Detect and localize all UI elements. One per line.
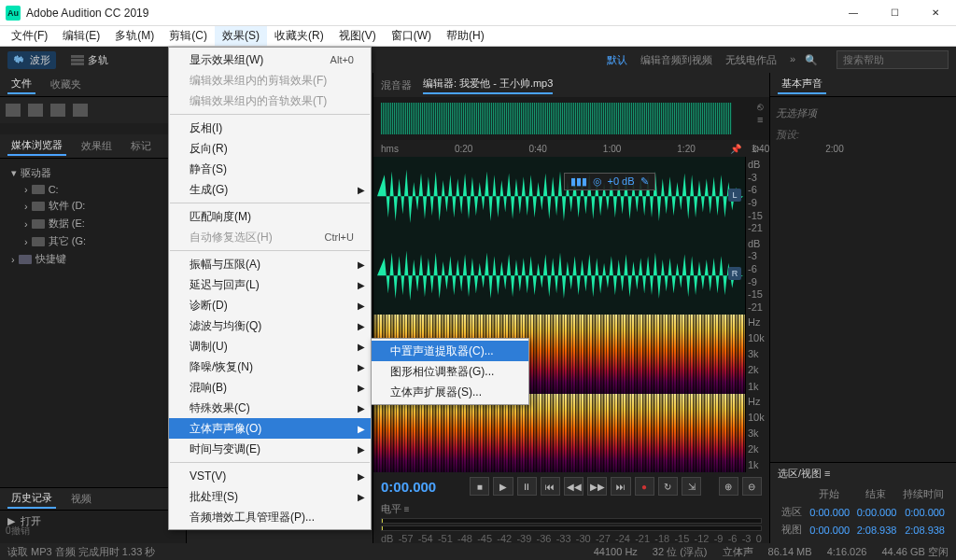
skip-button[interactable]: ⇲: [682, 477, 701, 496]
close-button[interactable]: ✕: [915, 0, 956, 25]
menu-item[interactable]: 降噪/恢复(N)▶: [169, 357, 371, 377]
timecode[interactable]: 0:00.000: [381, 479, 462, 495]
ffwd-button[interactable]: ▶▶: [587, 477, 607, 496]
minimize-button[interactable]: —: [833, 0, 874, 25]
menu-help[interactable]: 帮助(H): [439, 26, 492, 46]
menu-item[interactable]: 音频增效工具管理器(P)...: [169, 507, 371, 527]
menu-item[interactable]: 振幅与压限(A)▶: [169, 254, 371, 274]
next-button[interactable]: ⏭: [611, 477, 630, 496]
time-ruler[interactable]: hms 0:20 0:40 1:00 1:20 1:40 2:00 📌 ⚙: [373, 140, 769, 157]
history-panel-header: 历史记录 视频: [0, 488, 186, 511]
workspace-switcher[interactable]: 默认 编辑音频到视频 无线电作品 »: [607, 53, 795, 67]
shortcut-icon: [19, 255, 32, 264]
menu-item[interactable]: 延迟与回声(L)▶: [169, 274, 371, 295]
menu-multitrack[interactable]: 多轨(M): [107, 26, 162, 46]
menu-item[interactable]: 混响(B)▶: [169, 377, 371, 398]
menu-item[interactable]: 批处理(S)▶: [169, 486, 371, 507]
new-multitrack-icon[interactable]: [28, 104, 43, 117]
waveform-mode-button[interactable]: 波形: [7, 51, 56, 69]
rewind-button[interactable]: ◀◀: [564, 477, 583, 496]
record-button[interactable]: ●: [635, 477, 654, 496]
menu-view[interactable]: 视图(V): [331, 26, 384, 46]
menu-item[interactable]: 显示效果组(W)Alt+0: [169, 49, 371, 70]
menu-item[interactable]: 立体声声像(O)▶: [169, 418, 371, 439]
volume-hud[interactable]: ▮▮▮ ◎ +0 dB ✎: [564, 173, 655, 190]
menu-item[interactable]: 反相(I): [169, 118, 371, 138]
svg-rect-3: [71, 63, 84, 65]
overview-waveform[interactable]: ⎋ ≡: [373, 97, 769, 140]
multitrack-mode-button[interactable]: 多轨: [65, 51, 114, 69]
channel-left-badge: L: [728, 189, 741, 202]
disk-icon: [32, 219, 45, 229]
tab-video[interactable]: 视频: [67, 490, 95, 508]
tab-files[interactable]: 文件: [7, 75, 35, 94]
search-icon[interactable]: 🔍: [805, 54, 818, 66]
effects-menu[interactable]: 显示效果组(W)Alt+0编辑效果组内的剪辑效果(F)编辑效果组内的音轨效果(T…: [168, 47, 372, 530]
menu-clip[interactable]: 剪辑(C): [162, 26, 215, 46]
waveform-left-channel[interactable]: ▮▮▮ ◎ +0 dB ✎ dB-3-6-9-15-21 L: [373, 157, 769, 236]
menu-item[interactable]: 特殊效果(C)▶: [169, 398, 371, 418]
help-search-input[interactable]: [836, 50, 949, 69]
workspace-default[interactable]: 默认: [607, 53, 627, 67]
files-import-icon[interactable]: [73, 104, 88, 117]
gear-icon[interactable]: ⚙: [752, 144, 760, 154]
tab-essential-sound[interactable]: 基本声音: [778, 75, 826, 94]
menu-file[interactable]: 文件(F): [4, 26, 55, 46]
submenu-item[interactable]: 图形相位调整器(G)...: [372, 361, 528, 382]
tab-effects-group[interactable]: 效果组: [77, 137, 116, 155]
menu-item[interactable]: 调制(U)▶: [169, 336, 371, 357]
workspace-radio[interactable]: 无线电作品: [725, 53, 777, 67]
table-row: 视图0:00.0002:08.9382:08.938: [780, 522, 947, 538]
menu-effects[interactable]: 效果(S): [215, 26, 267, 46]
tab-media-browser[interactable]: 媒体浏览器: [7, 136, 66, 156]
svg-rect-1: [71, 55, 84, 58]
menu-item[interactable]: 诊断(D)▶: [169, 295, 371, 315]
menu-edit[interactable]: 编辑(E): [55, 26, 107, 46]
menu-item[interactable]: 生成(G)▶: [169, 179, 371, 200]
pause-button[interactable]: ⏸: [517, 477, 537, 496]
tab-favorites[interactable]: 收藏夹: [47, 76, 85, 93]
record-icon[interactable]: [50, 104, 65, 117]
menu-item[interactable]: 匹配响度(M): [169, 206, 371, 227]
stereo-image-submenu[interactable]: 中置声道提取器(C)...图形相位调整器(G)...立体声扩展器(S)...: [371, 338, 529, 405]
open-file-icon[interactable]: [6, 104, 21, 117]
stop-button[interactable]: ■: [470, 477, 489, 496]
channel-right-badge: R: [728, 267, 741, 280]
tab-mixer[interactable]: 混音器: [381, 78, 412, 92]
menu-item[interactable]: 静音(S): [169, 159, 371, 179]
menu-item[interactable]: VST(V)▶: [169, 466, 371, 486]
menu-favorites[interactable]: 收藏夹(R): [267, 26, 331, 46]
play-button[interactable]: ▶: [493, 477, 513, 496]
menu-item[interactable]: 反向(R): [169, 138, 371, 159]
workspace-video[interactable]: 编辑音频到视频: [640, 53, 712, 67]
zoom-in-button[interactable]: ⊕: [719, 477, 738, 496]
pin-icon[interactable]: 📌: [730, 144, 741, 154]
submenu-item[interactable]: 中置声道提取器(C)...: [372, 341, 528, 361]
status-bar: 读取 MP3 音频 完成用时 1.33 秒 44100 Hz 32 位 (浮点)…: [0, 543, 956, 560]
workspace-more-icon[interactable]: »: [790, 53, 795, 67]
tab-history[interactable]: 历史记录: [7, 489, 56, 509]
menu-window[interactable]: 窗口(W): [384, 26, 439, 46]
bars-icon: ▮▮▮: [570, 175, 587, 188]
maximize-button[interactable]: ☐: [874, 0, 915, 25]
media-browser-tree[interactable]: ▾驱动器 ›C: ›软件 (D: ›数据 (E: ›其它 (G: ›快捷键: [0, 159, 186, 487]
spectrogram-right[interactable]: Hz10k3k2k1k: [373, 394, 769, 473]
table-row: 选区0:00.0000:00.0000:00.000: [780, 504, 947, 520]
zoom-out-button[interactable]: ⊖: [742, 477, 762, 496]
menu-item[interactable]: 时间与变调(E)▶: [169, 439, 371, 459]
list-icon[interactable]: ≡: [757, 114, 764, 125]
prev-button[interactable]: ⏮: [541, 477, 560, 496]
selection-table: 开始结束持续时间 选区0:00.0000:00.0000:00.000 视图0:…: [778, 484, 949, 539]
target-icon: ◎: [593, 175, 602, 188]
submenu-item[interactable]: 立体声扩展器(S)...: [372, 382, 528, 402]
waveform-right-channel[interactable]: dB-3-6-9-15-21 R: [373, 236, 769, 315]
loop-button[interactable]: ↻: [658, 477, 678, 496]
level-meter[interactable]: [381, 518, 762, 524]
menu-bar[interactable]: 文件(F) 编辑(E) 多轨(M) 剪辑(C) 效果(S) 收藏夹(R) 视图(…: [0, 26, 956, 47]
fx-icon[interactable]: ⎋: [757, 101, 764, 112]
menu-item[interactable]: 滤波与均衡(Q)▶: [169, 315, 371, 336]
tab-editor[interactable]: 编辑器: 我爱他 - 王小帅.mp3: [423, 77, 553, 94]
level-meter[interactable]: [381, 525, 762, 531]
window-title: Adobe Audition CC 2019: [26, 7, 833, 20]
tab-markers[interactable]: 标记: [127, 137, 155, 155]
